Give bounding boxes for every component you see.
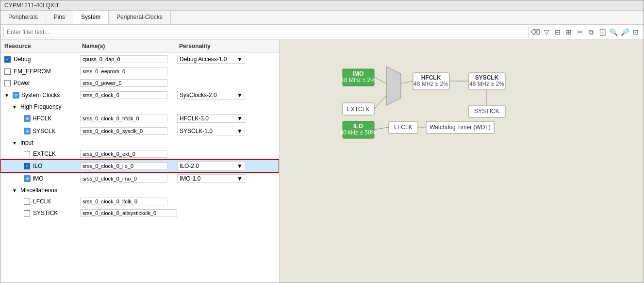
- name-input-ilo[interactable]: [80, 162, 167, 170]
- row-ilo[interactable]: ✓ ILO ILO-2.0▼: [0, 160, 279, 172]
- cell-personality-systick: [175, 212, 263, 214]
- label-lfclk: LFCLK: [33, 198, 51, 205]
- tab-peripheral-clocks[interactable]: Peripheral-Clocks: [109, 11, 171, 24]
- cell-names-input: [78, 142, 175, 144]
- cell-resource-extclk: EXTCLK: [0, 150, 78, 158]
- label-miscellaneous: Miscellaneous: [20, 187, 57, 194]
- ilo-label: ILO: [353, 123, 363, 130]
- name-input-hfclk[interactable]: [80, 115, 167, 122]
- cell-names-high-frequency: [78, 106, 175, 108]
- name-input-imo[interactable]: [80, 175, 167, 183]
- tab-peripherals[interactable]: Peripherals: [0, 11, 46, 24]
- arrow-high-frequency[interactable]: ▼: [12, 104, 17, 110]
- cell-names-sysclk: [78, 126, 175, 136]
- label-imo: IMO: [33, 175, 44, 182]
- cell-resource-ilo: ✓ ILO: [0, 162, 78, 170]
- cell-personality-sysclk: SYSCLK-1.0▼: [175, 126, 263, 136]
- row-imo: ⚙ IMO IMO-1.0▼: [0, 172, 279, 185]
- name-input-system-clocks[interactable]: [80, 91, 167, 99]
- checkbox-debug[interactable]: ✓: [4, 56, 11, 63]
- cell-names-power: [78, 78, 175, 88]
- cell-names-miscellaneous: [78, 189, 175, 191]
- cell-names-system-clocks: [78, 90, 175, 100]
- checkbox-power[interactable]: [4, 80, 11, 86]
- collapse-icon[interactable]: ⊟: [553, 27, 562, 37]
- label-system-clocks: System Clocks: [21, 92, 60, 99]
- sysclk-label: SYSCLK: [475, 74, 499, 81]
- search-icon1[interactable]: 🔍: [609, 27, 618, 37]
- header-names: Name(s): [78, 42, 175, 50]
- grid-icon[interactable]: ⊡: [631, 27, 641, 37]
- checkbox-ilo[interactable]: ✓: [24, 163, 30, 169]
- header-personality: Personality: [175, 42, 263, 50]
- personality-imo[interactable]: IMO-1.0▼: [177, 174, 245, 183]
- table-header: Resource Name(s) Personality: [0, 40, 279, 53]
- main-window: CYPM1211-40LQXIT Peripherals Pins System…: [0, 0, 644, 283]
- personality-ilo[interactable]: ILO-2.0▼: [177, 162, 245, 170]
- name-input-sysclk[interactable]: [80, 127, 167, 135]
- personality-system-clocks[interactable]: SysClocks-2.0▼: [177, 91, 245, 100]
- cell-resource-sysclk: ⚙ SYSCLK: [0, 127, 78, 135]
- arrow-system-clocks[interactable]: ▼: [4, 93, 9, 98]
- imo-label: IMO: [353, 70, 364, 77]
- name-input-systick[interactable]: [80, 209, 177, 217]
- label-em-eeprom: EM_EEPROM: [14, 68, 51, 75]
- cell-resource-system-clocks: ▼ ⚙ System Clocks: [0, 91, 78, 100]
- cell-resource-em-eeprom: EM_EEPROM: [0, 67, 78, 76]
- systick-label: SYSTICK: [474, 108, 499, 115]
- left-panel: Resource Name(s) Personality ✓ Debug Deb…: [0, 40, 280, 283]
- label-power: Power: [14, 80, 30, 86]
- personality-debug[interactable]: Debug Access-1.0▼: [177, 55, 245, 64]
- wdt-label: Watchdog Timer (WDT): [429, 124, 491, 131]
- cell-resource-hfclk: ⚙ HFCLK: [0, 114, 78, 123]
- checkbox-lfclk[interactable]: [24, 199, 30, 205]
- row-hfclk: ⚙ HFCLK HFCLK-3.0▼: [0, 112, 279, 125]
- tab-bar: Peripherals Pins System Peripheral-Clock…: [0, 11, 644, 25]
- icon-imo: ⚙: [24, 175, 31, 182]
- cut-icon[interactable]: ✂: [575, 27, 585, 37]
- row-debug: ✓ Debug Debug Access-1.0▼: [0, 53, 279, 66]
- lfclk-label: LFCLK: [394, 124, 412, 131]
- arrow-input[interactable]: ▼: [12, 140, 17, 146]
- line-ilo-lfclk: [374, 127, 389, 130]
- filter-icon[interactable]: ▽: [542, 27, 551, 37]
- diagram-area: IMO 48 MHz ± 2% EXTCLK ILO 40 kHz ± 50% …: [280, 40, 644, 283]
- sysclk-sublabel: 48 MHz ± 2%: [469, 81, 504, 87]
- label-hfclk: HFCLK: [33, 115, 51, 122]
- name-input-lfclk[interactable]: [80, 198, 167, 205]
- name-input-em-eeprom[interactable]: [80, 67, 167, 75]
- cell-personality-debug: Debug Access-1.0▼: [175, 54, 263, 65]
- cell-personality-system-clocks: SysClocks-2.0▼: [175, 90, 263, 100]
- name-input-extclk[interactable]: [80, 150, 167, 158]
- label-sysclk: SYSCLK: [33, 128, 55, 134]
- icon-system-clocks: ⚙: [13, 92, 19, 99]
- cell-names-lfclk: [78, 197, 175, 206]
- search-icon2[interactable]: 🔎: [620, 27, 629, 37]
- hfclk-label: HFCLK: [421, 74, 441, 81]
- checkbox-extclk[interactable]: [24, 151, 30, 157]
- copy-icon[interactable]: ⧉: [586, 27, 596, 37]
- label-extclk: EXTCLK: [33, 150, 56, 157]
- clear-filter-icon[interactable]: ⌫: [530, 27, 540, 37]
- expand-icon[interactable]: ⊞: [564, 27, 574, 37]
- cell-personality-input: [175, 142, 263, 144]
- cell-names-em-eeprom: [78, 67, 175, 76]
- tab-system[interactable]: System: [73, 11, 109, 24]
- name-input-debug[interactable]: [80, 55, 167, 63]
- line-imo-mux: [374, 77, 386, 83]
- cell-personality-miscellaneous: [175, 189, 263, 191]
- filter-input[interactable]: [3, 27, 528, 37]
- imo-sublabel: 48 MHz ± 2%: [341, 77, 376, 83]
- cell-names-hfclk: [78, 114, 175, 123]
- paste-icon[interactable]: 📋: [597, 27, 607, 37]
- checkbox-systick[interactable]: [24, 210, 30, 216]
- arrow-miscellaneous[interactable]: ▼: [12, 188, 17, 193]
- name-input-power[interactable]: [80, 79, 167, 87]
- personality-hfclk[interactable]: HFCLK-3.0▼: [177, 114, 245, 123]
- cell-names-extclk: [78, 149, 175, 159]
- tab-pins[interactable]: Pins: [46, 11, 73, 24]
- cell-resource-imo: ⚙ IMO: [0, 174, 78, 183]
- personality-sysclk[interactable]: SYSCLK-1.0▼: [177, 127, 245, 135]
- clock-diagram: IMO 48 MHz ± 2% EXTCLK ILO 40 kHz ± 50% …: [280, 40, 644, 283]
- checkbox-em-eeprom[interactable]: [4, 68, 11, 75]
